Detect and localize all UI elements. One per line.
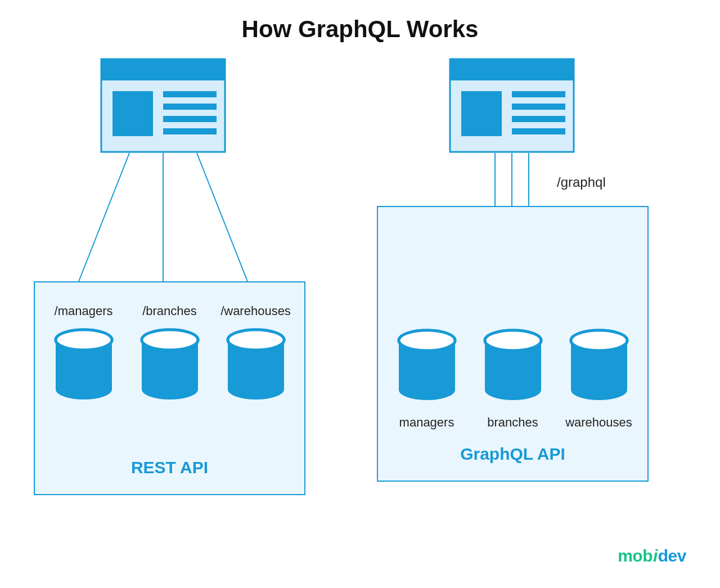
endpoint-label: /branches — [127, 304, 213, 318]
graphql-db-row — [378, 328, 647, 407]
graphql-panel: managers branches warehouses GraphQL API — [377, 206, 649, 482]
database-icon — [127, 327, 213, 406]
svg-rect-15 — [512, 116, 565, 122]
rest-db-row — [35, 327, 304, 406]
brand-part1: mob — [618, 546, 652, 565]
svg-rect-14 — [512, 104, 565, 110]
svg-rect-1 — [101, 59, 225, 80]
endpoint-label: /warehouses — [213, 304, 299, 318]
svg-rect-13 — [512, 91, 565, 97]
entity-label: managers — [384, 415, 470, 430]
svg-rect-12 — [461, 91, 502, 136]
database-icon — [556, 328, 642, 407]
svg-rect-0 — [101, 59, 225, 152]
svg-rect-6 — [163, 128, 217, 134]
graphql-panel-label: GraphQL API — [378, 445, 647, 464]
database-icon — [470, 328, 556, 407]
rest-panel: /managers /branches /warehouses REST API — [34, 281, 305, 495]
entity-label: branches — [470, 415, 556, 430]
svg-rect-10 — [450, 59, 574, 152]
database-icon — [213, 327, 299, 406]
svg-rect-11 — [450, 59, 574, 80]
svg-rect-2 — [112, 91, 153, 136]
rest-panel-label: REST API — [35, 458, 304, 477]
svg-rect-3 — [163, 91, 217, 97]
database-icon — [384, 328, 470, 407]
svg-rect-5 — [163, 116, 217, 122]
browser-window-icon — [450, 59, 574, 152]
svg-rect-4 — [163, 104, 217, 110]
brand-logo: mobidev — [618, 546, 686, 565]
brand-slash: i — [652, 546, 658, 565]
svg-line-9 — [197, 153, 248, 281]
rest-endpoints-row: /managers /branches /warehouses — [35, 304, 304, 318]
svg-rect-16 — [512, 128, 565, 134]
brand-part2: dev — [658, 546, 686, 565]
page-title: How GraphQL Works — [0, 16, 720, 43]
entity-label: warehouses — [556, 415, 642, 430]
browser-window-icon — [101, 59, 225, 152]
database-icon — [40, 327, 127, 406]
graphql-route-label: /graphql — [557, 174, 606, 190]
graphql-entities-row: managers branches warehouses — [378, 415, 647, 430]
svg-line-7 — [79, 153, 129, 281]
endpoint-label: /managers — [40, 304, 127, 318]
